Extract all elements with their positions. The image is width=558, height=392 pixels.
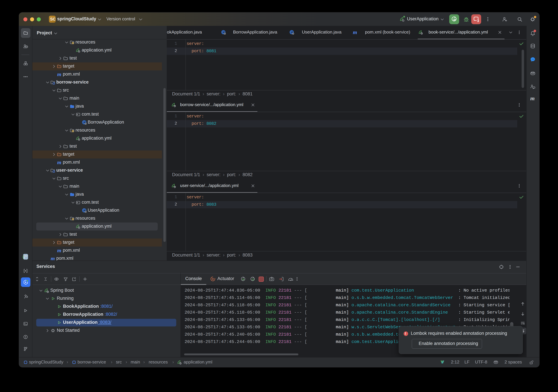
svg-text:?: ? [26,46,27,48]
svg-text:m: m [353,30,357,35]
svg-text:m: m [57,72,61,77]
svg-text:m: m [51,256,55,261]
svg-text:m: m [57,160,61,165]
svg-text:3: 3 [477,19,479,23]
svg-text:m: m [57,248,61,253]
